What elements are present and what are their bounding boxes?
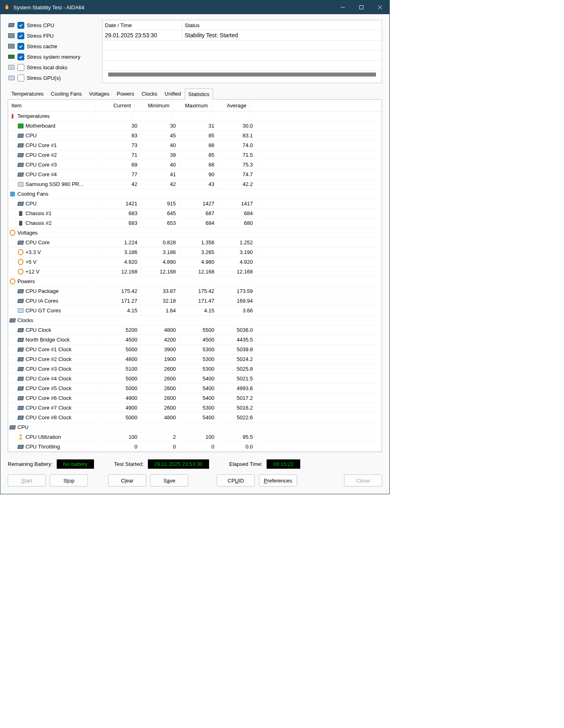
close-window-button[interactable]: Close (344, 474, 382, 487)
row-item: Samsung SSD 980 PR... (8, 179, 103, 189)
cpu-icon (10, 425, 15, 430)
stress-option: Stress system memory (8, 51, 95, 62)
row-item: CPU Core #4 Clock (8, 374, 103, 383)
cell-value: 4200 (141, 335, 179, 344)
stress-label[interactable]: Stress local disks (27, 64, 67, 70)
cell-value: 645 (141, 209, 179, 218)
row-item: CPU Core #3 Clock (8, 364, 103, 374)
cell-value: 4800 (141, 413, 179, 422)
col-average[interactable]: Average (212, 100, 250, 111)
cell-value: 5300 (179, 345, 218, 354)
cell-value: 4.920 (218, 257, 256, 267)
stress-label[interactable]: Stress GPU(s) (27, 75, 61, 81)
fan-icon (10, 192, 15, 196)
col-maximum[interactable]: Maximum (173, 100, 212, 111)
cell-value: 1427 (179, 199, 218, 208)
stress-checkbox[interactable] (17, 64, 24, 71)
cell-value: 684 (218, 209, 256, 218)
stress-label[interactable]: Stress FPU (27, 33, 53, 39)
cpu-icon (18, 133, 24, 138)
cell-value: 5400 (179, 393, 218, 403)
tab-powers[interactable]: Powers (113, 88, 138, 99)
stress-label[interactable]: Stress cache (27, 43, 57, 49)
cell-value: 1.224 (103, 238, 141, 247)
tab-temperatures[interactable]: Temperatures (8, 88, 47, 99)
cell-value: 12.168 (103, 267, 141, 276)
cell-value: 173.59 (218, 286, 256, 296)
elapsed-label: Elapsed Time: (229, 461, 263, 467)
cell-value: 2600 (141, 364, 179, 374)
row-item: CPU Core #3 (8, 160, 103, 169)
cpu-icon (18, 299, 24, 303)
cell-value: 5039.8 (218, 345, 256, 354)
cell-value: 2600 (141, 403, 179, 412)
hd-icon (18, 221, 24, 226)
cell-value: 5500 (179, 325, 218, 335)
cell-value: 42.2 (218, 179, 256, 189)
cell-value: 4800 (103, 354, 141, 364)
stress-label[interactable]: Stress system memory (27, 54, 80, 60)
app-icon (4, 4, 10, 11)
cell-value: 5024.2 (218, 354, 256, 364)
cell-value: 100 (103, 432, 141, 442)
cell-value: 683 (103, 218, 141, 228)
row-item: CPU Core #6 Clock (8, 393, 103, 403)
volt-icon (10, 231, 15, 235)
data-row: CPU GT Cores4.151.644.153.66 (8, 306, 382, 316)
cell-value: 5300 (179, 354, 218, 364)
stress-checkbox[interactable] (17, 53, 24, 60)
stop-button[interactable]: Stop (50, 474, 88, 487)
cell-value: 71.5 (218, 150, 256, 160)
stress-option: Stress local disks (8, 62, 95, 73)
col-minimum[interactable]: Minimum (135, 100, 173, 111)
cell-value: 41 (141, 170, 179, 179)
tab-unified[interactable]: Unified (161, 88, 184, 99)
cell-value: 4.15 (179, 306, 218, 315)
cell-value: 4900 (103, 393, 141, 403)
cell-value: 4500 (179, 335, 218, 344)
section-header: Clocks (8, 316, 382, 325)
stress-label[interactable]: Stress CPU (27, 22, 54, 28)
cell-value: 5022.6 (218, 413, 256, 422)
data-row: CPU Core #477419074.7 (8, 170, 382, 179)
preferences-button[interactable]: Preferences (259, 474, 297, 487)
cell-value: 85 (179, 150, 218, 160)
row-item: CPU Core #2 (8, 150, 103, 160)
cell-value: 683 (103, 209, 141, 218)
close-button[interactable] (371, 0, 389, 14)
maximize-button[interactable] (352, 0, 371, 14)
log-scrollbar[interactable] (108, 73, 376, 77)
minimize-button[interactable] (333, 0, 352, 14)
section-header: Powers (8, 277, 382, 286)
elapsed-value: 00:15:22 (267, 459, 300, 469)
cpu-icon (18, 415, 24, 420)
stress-checkbox[interactable] (17, 32, 24, 39)
tab-voltages[interactable]: Voltages (85, 88, 113, 99)
volt-icon (18, 250, 24, 255)
cpuid-button[interactable]: CPUID (217, 474, 255, 487)
section-header: Voltages (8, 228, 382, 238)
start-button[interactable]: Start (8, 474, 46, 487)
tab-cooling-fans[interactable]: Cooling Fans (47, 88, 85, 99)
cell-value: 71 (103, 150, 141, 160)
stress-option: Stress cache (8, 41, 95, 51)
stress-checkbox[interactable] (17, 43, 24, 50)
test-started-label: Test Started: (114, 461, 144, 467)
cell-value: 4500 (103, 335, 141, 344)
cell-value: 12.168 (141, 267, 179, 276)
col-current[interactable]: Current (96, 100, 135, 111)
data-row: CPU Core1.2240.8281.3561.252 (8, 238, 382, 248)
data-row: CPU Core #4 Clock5000260054005021.5 (8, 374, 382, 384)
clear-button[interactable]: Clear (108, 474, 146, 487)
stress-checkbox[interactable] (17, 22, 24, 29)
tab-clocks[interactable]: Clocks (138, 88, 161, 99)
cpu-icon (18, 201, 24, 206)
row-item: +12 V (8, 267, 103, 276)
cell-value: 5400 (179, 384, 218, 393)
save-button[interactable]: Save (150, 474, 188, 487)
col-item[interactable]: Item (8, 100, 96, 111)
cell-value: 5025.8 (218, 364, 256, 374)
row-item: CPU Core (8, 238, 103, 247)
tab-statistics[interactable]: Statistics (185, 88, 213, 100)
stress-checkbox[interactable] (17, 75, 24, 81)
